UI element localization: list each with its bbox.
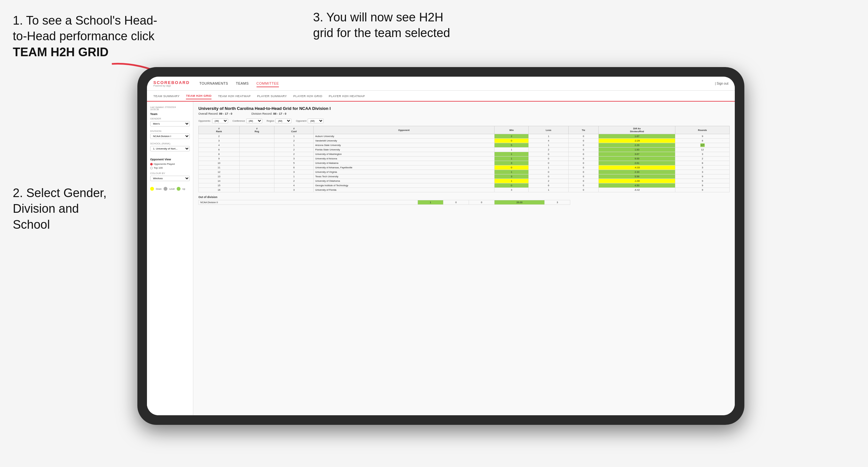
ann2-line1: 2. Select Gender, — [13, 186, 107, 200]
cell-diff: 2.33 — [599, 170, 675, 175]
radio-opponents-played[interactable]: Opponents Played — [150, 163, 190, 165]
radio-top100[interactable]: Top 100 — [150, 166, 190, 169]
cell-reg — [239, 152, 274, 157]
sidebar-division-label: Division — [150, 130, 190, 132]
sidebar-school-label: School (Rank) — [150, 142, 190, 145]
signout-button[interactable]: | Sign out — [715, 82, 728, 85]
cell-win: 2 — [494, 134, 529, 138]
colour-legend: Down Level Up — [150, 187, 190, 191]
cell-win: 1 — [494, 148, 529, 152]
opponents-filter-select[interactable]: (All) — [212, 119, 228, 123]
cell-reg — [239, 179, 274, 183]
cell-conf: 6 — [274, 165, 313, 170]
sidebar-division-select[interactable]: NCAA Division I — [150, 133, 190, 139]
cell-reg — [239, 143, 274, 148]
cell-win: 3 — [494, 175, 529, 179]
ann2-line2: Division and — [13, 202, 79, 215]
table-row: 15 4 Georgia Institute of Technology 0 6… — [199, 183, 730, 188]
cell-diff: -1.00 — [599, 179, 675, 183]
subnav-team-h2h-grid[interactable]: TEAM H2H GRID — [186, 93, 212, 99]
subnav-player-h2h-grid[interactable]: PLAYER H2H GRID — [293, 93, 322, 99]
subnav-team-h2h-heatmap[interactable]: TEAM H2H HEATMAP — [218, 93, 250, 99]
nav-tournaments[interactable]: TOURNAMENTS — [199, 80, 228, 87]
table-row: 8 2 University of Washington 1 0 0 3.67 … — [199, 152, 730, 157]
cell-rank: 15 — [199, 183, 240, 188]
cell-rounds: 9 — [675, 175, 730, 179]
ann3-line2: grid for the team selected — [313, 26, 450, 40]
legend-up-label: Up — [182, 188, 185, 190]
conference-filter-select[interactable]: (All) — [246, 119, 262, 123]
table-row: 6 2 Florida State University 1 2 0 1.83 … — [199, 148, 730, 152]
cell-opponent: Arizona State University — [313, 143, 494, 148]
table-row: 3 2 Vanderbilt University 0 4 0 -2.29 8 — [199, 138, 730, 143]
subnav-player-summary[interactable]: PLAYER SUMMARY — [257, 93, 287, 99]
cell-tie: 0 — [568, 138, 599, 143]
table-row: 2 1 Auburn University 2 1 0 1.67 9 — [199, 134, 730, 138]
cell-opponent: Georgia Institute of Technology — [313, 183, 494, 188]
cell-conf: 1 — [274, 175, 313, 179]
cell-win: 1 — [494, 152, 529, 157]
annotation-1: 1. To see a School's Head- to-Head perfo… — [13, 13, 157, 60]
subnav-team-summary[interactable]: TEAM SUMMARY — [153, 93, 180, 99]
cell-diff: -2.29 — [599, 138, 675, 143]
table-row: 14 2 University of Oklahoma 1 2 0 -1.00 … — [199, 179, 730, 183]
col-opponent: Opponent — [313, 126, 494, 134]
legend-level-circle — [163, 187, 167, 191]
colour-by-select[interactable]: Win/loss — [150, 176, 190, 181]
cell-conf: 3 — [274, 170, 313, 175]
subnav-player-h2h-heatmap[interactable]: PLAYER H2H HEATMAP — [329, 93, 365, 99]
cell-tie: 0 — [568, 175, 599, 179]
cell-loss: 1 — [529, 165, 568, 170]
h2h-data-table: #Rank #Reg #Conf Opponent Win Loss Tie D… — [198, 126, 730, 192]
annotation-3: 3. You will now see H2H grid for the tea… — [313, 9, 450, 41]
cell-loss: 0 — [529, 175, 568, 179]
cell-win: 0 — [494, 183, 529, 188]
cell-tie: 0 — [568, 143, 599, 148]
cell-conf: 2 — [274, 138, 313, 143]
cell-loss: 0 — [529, 157, 568, 161]
cell-rounds: 9 — [675, 179, 730, 183]
cell-reg — [239, 148, 274, 152]
tablet-frame: SCOREBOARD Powered by clippi TOURNAMENTS… — [137, 67, 744, 425]
cell-opponent: Auburn University — [313, 134, 494, 138]
cell-rounds: 17 — [675, 143, 730, 148]
cell-tie: 0 — [568, 170, 599, 175]
cell-tie: 0 — [568, 179, 599, 183]
nav-teams[interactable]: TEAMS — [236, 80, 249, 87]
cell-opponent: University of Virginia — [313, 170, 494, 175]
cell-diff: -6.42 — [599, 188, 675, 192]
region-filter-select[interactable]: (All) — [275, 119, 291, 123]
col-loss: Loss — [529, 126, 568, 134]
sidebar-gender-label: Gender — [150, 117, 190, 120]
cell-opponent: Texas Tech University — [313, 175, 494, 179]
last-updated: Last Updated: 27/03/2024 16:55:38 — [150, 106, 190, 111]
cell-rounds: 12 — [675, 148, 730, 152]
legend-level-label: Level — [169, 188, 175, 190]
cell-rounds: 3 — [675, 152, 730, 157]
col-rounds: Rounds — [675, 126, 730, 134]
opponent-filter-select[interactable]: (All) — [308, 119, 323, 123]
cell-rank: 3 — [199, 138, 240, 143]
cell-conf: 1 — [274, 143, 313, 148]
sidebar-gender-select[interactable]: Men's — [150, 121, 190, 126]
cell-rank: 12 — [199, 170, 240, 175]
cell-rounds: 3 — [675, 170, 730, 175]
col-reg: #Reg — [239, 126, 274, 134]
grid-records: Overall Record: 89 - 17 - 0 Division Rec… — [198, 112, 730, 115]
sidebar-school-select[interactable]: 1. University of Nort... — [150, 146, 190, 151]
region-filter-label: Region — [267, 120, 274, 122]
ann3-line1: 3. You will now see H2H — [313, 10, 443, 24]
nav-committee[interactable]: COMMITTEE — [256, 80, 279, 87]
cell-rank: 11 — [199, 165, 240, 170]
table-row: 11 6 University of Arkansas, Fayettevill… — [199, 165, 730, 170]
cell-rank: 9 — [199, 157, 240, 161]
sidebar-team-label: Team — [150, 113, 190, 116]
radio-group-opponent-view: Opponents Played Top 100 — [150, 163, 190, 169]
cell-rank: 13 — [199, 175, 240, 179]
logo-sub: Powered by clippi — [153, 85, 190, 87]
cell-loss: 0 — [529, 161, 568, 165]
table-row: 13 1 Texas Tech University 3 0 0 5.56 9 — [199, 175, 730, 179]
out-of-division-table: NCAA Division II 1 0 0 26.00 3 — [198, 200, 570, 205]
cell-conf: 3 — [274, 157, 313, 161]
app-navbar: SCOREBOARD Powered by clippi TOURNAMENTS… — [147, 77, 735, 91]
